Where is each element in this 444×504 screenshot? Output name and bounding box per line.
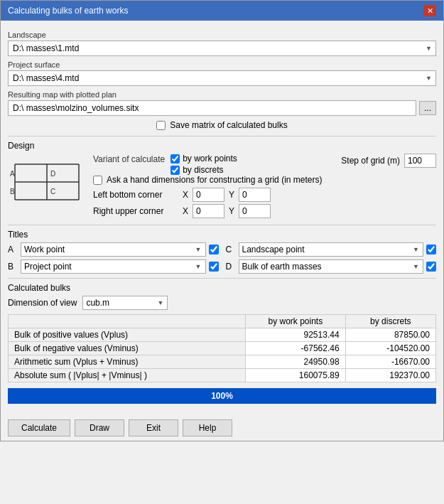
left-x-input[interactable] [193, 188, 224, 202]
design-options: Variant of calculate by work points by d… [93, 154, 436, 220]
project-surface-dropdown[interactable]: D:\ masses\4.mtd [8, 70, 436, 86]
y-label-left: Y [229, 190, 234, 200]
resulting-map-label: Resulting map with plotted plan [8, 90, 436, 99]
design-section: A B D C Variant of calculate by work poi… [8, 154, 436, 220]
left-bottom-label: Left bottom corner [93, 190, 178, 200]
save-matrix-checkbox[interactable] [156, 121, 166, 130]
vminus-work-points: -67562.46 [246, 342, 345, 355]
corners-section: Left bottom corner X Y Right upper corne… [93, 188, 436, 218]
vplus-discrets: 87850.00 [345, 328, 435, 342]
titles-label: Titles [8, 230, 436, 240]
dim-dropdown[interactable]: cub.m [82, 296, 168, 310]
dim-label: Dimension of view [8, 298, 77, 308]
svg-text:A: A [10, 170, 15, 178]
progress-bar-container: 100% [8, 388, 436, 404]
title-b-checkbox[interactable] [209, 262, 219, 272]
title-a-checkbox[interactable] [209, 245, 219, 254]
landscape-row: D:\ masses\1.mtd [8, 41, 436, 56]
results-table: by work points by discrets Bulk of posit… [8, 314, 436, 382]
by-work-points-checkbox[interactable] [170, 154, 180, 163]
arith-sum-label: Arithmetic sum (Vplus + Vminus) [9, 355, 246, 369]
design-diagram: A B D C [8, 154, 86, 220]
by-discrets-checkbox[interactable] [170, 166, 180, 175]
checkboxes-col: by work points by discrets [170, 154, 237, 175]
project-surface-row: D:\ masses\4.mtd [8, 70, 436, 86]
draw-button[interactable]: Draw [75, 419, 124, 436]
title-bar: Calculating bulks of earth works ✕ [1, 1, 443, 21]
resulting-map-row: ... [8, 100, 436, 116]
variant-step-row: Variant of calculate by work points by d… [93, 154, 436, 175]
variant-label: Variant of calculate [93, 154, 165, 164]
title-d-checkbox[interactable] [426, 262, 436, 272]
landscape-dropdown-wrapper: D:\ masses\1.mtd [8, 41, 436, 56]
title-d-dropdown-wrapper: Bulk of earth masses [239, 259, 424, 274]
help-button[interactable]: Help [183, 419, 232, 436]
step-label: Step of grid (m) [341, 156, 400, 166]
title-d-dropdown[interactable]: Bulk of earth masses [239, 259, 424, 274]
title-row-d: D Bulk of earth masses [226, 259, 437, 274]
footer-buttons: Calculate Draw Exit Help [1, 415, 443, 441]
save-matrix-row: Save matrix of calculated bulks [8, 120, 436, 130]
title-c-dropdown[interactable]: Landscape point [239, 242, 424, 257]
design-svg: A B D C [8, 154, 86, 210]
table-row: Arithmetic sum (Vplus + Vminus) 24950.98… [9, 355, 436, 369]
browse-button[interactable]: ... [419, 101, 436, 115]
resulting-map-input[interactable] [8, 100, 416, 116]
abs-sum-discrets: 192370.00 [345, 369, 435, 382]
title-letter-b: B [8, 262, 18, 272]
step-row: Step of grid (m) [341, 154, 436, 168]
project-surface-label: Project surface [8, 60, 436, 69]
project-surface-dropdown-wrapper: D:\ masses\4.mtd [8, 70, 436, 86]
svg-text:D: D [50, 170, 55, 178]
arith-sum-work-points: 24950.98 [246, 355, 345, 369]
title-a-dropdown-wrapper: Work point [21, 242, 206, 257]
vminus-discrets: -104520.00 [345, 342, 435, 355]
title-c-checkbox[interactable] [426, 245, 436, 254]
calc-bulks-label: Calculated bulks [8, 283, 436, 293]
progress-text: 100% [211, 391, 233, 401]
x-label-right: X [183, 206, 188, 216]
arith-sum-discrets: -16670.00 [345, 355, 435, 369]
design-section-label: Design [8, 141, 436, 151]
left-y-input[interactable] [239, 188, 271, 202]
right-x-input[interactable] [193, 204, 224, 218]
close-button[interactable]: ✕ [423, 5, 436, 16]
landscape-label: Landscape [8, 31, 436, 39]
by-work-points-label: by work points [183, 154, 237, 163]
main-window: Calculating bulks of earth works ✕ Lands… [0, 0, 444, 441]
vminus-label: Bulk of negative values (Vminus) [9, 342, 246, 355]
window-title: Calculating bulks of earth works [8, 6, 128, 16]
title-a-dropdown[interactable]: Work point [21, 242, 206, 257]
title-c-dropdown-wrapper: Landscape point [239, 242, 424, 257]
save-matrix-label: Save matrix of calculated bulks [170, 120, 287, 130]
left-bottom-row: Left bottom corner X Y [93, 188, 436, 202]
title-b-dropdown-wrapper: Project point [21, 259, 206, 274]
table-row: Absolute sum ( |Vplus| + |Vminus| ) 1600… [9, 369, 436, 382]
title-b-dropdown[interactable]: Project point [21, 259, 206, 274]
titles-grid: A Work point C Landscape point [8, 242, 436, 274]
ask-dimensions-label: Ask a hand dimensions for constructing a… [107, 175, 322, 185]
by-discrets-row: by discrets [170, 165, 237, 175]
title-letter-d: D [226, 262, 236, 272]
col-header-work-points: by work points [246, 315, 345, 328]
titles-section: Titles A Work point C [8, 230, 436, 274]
dim-view-row: Dimension of view cub.m [8, 296, 436, 310]
right-y-input[interactable] [239, 204, 271, 218]
title-row-a: A Work point [8, 242, 219, 257]
right-upper-label: Right upper corner [93, 206, 178, 216]
landscape-dropdown[interactable]: D:\ masses\1.mtd [8, 41, 436, 56]
title-letter-a: A [8, 245, 18, 254]
table-row: Bulk of positive values (Vplus) 92513.44… [9, 328, 436, 342]
y-label-right: Y [229, 206, 234, 216]
ask-dimensions-checkbox[interactable] [93, 176, 102, 185]
step-input[interactable] [404, 154, 436, 168]
by-work-points-row: by work points [170, 154, 237, 163]
title-row-b: B Project point [8, 259, 219, 274]
svg-text:C: C [50, 188, 55, 195]
vplus-label: Bulk of positive values (Vplus) [9, 328, 246, 342]
dim-dropdown-wrapper: cub.m [82, 296, 168, 310]
title-row-c: C Landscape point [226, 242, 437, 257]
vplus-work-points: 92513.44 [246, 328, 345, 342]
exit-button[interactable]: Exit [129, 419, 178, 436]
calculate-button[interactable]: Calculate [8, 419, 70, 436]
